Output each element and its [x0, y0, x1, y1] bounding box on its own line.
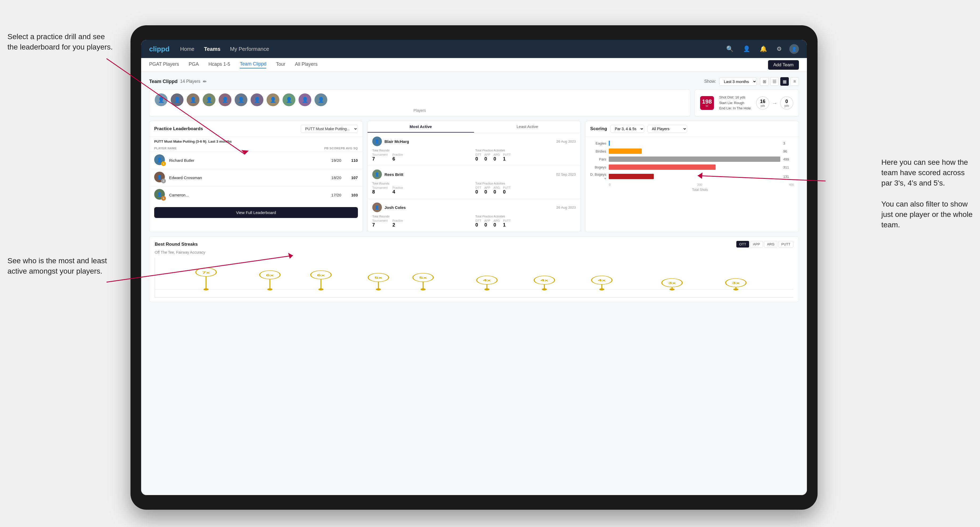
chart-row-eagles: Eagles 3: [590, 141, 794, 146]
svg-text:4x: 4x: [541, 279, 549, 282]
total-practice-3: Total Practice Activities OTT 0 APP 0: [476, 215, 576, 228]
search-button[interactable]: 🔍: [724, 44, 735, 54]
leaderboard-row-3[interactable]: 👤 3 Cameron... 17/20 103: [150, 186, 363, 203]
nav-teams[interactable]: Teams: [204, 46, 221, 52]
grid-view-button[interactable]: ⊞: [760, 77, 768, 86]
team-header: Team Clippd 14 Players ✏ Show: Last 3 mo…: [149, 77, 799, 86]
svg-point-14: [376, 288, 381, 290]
edit-icon[interactable]: ✏: [203, 79, 206, 84]
nav-home[interactable]: Home: [180, 46, 194, 52]
pars-bar-container: [609, 157, 781, 162]
sub-nav-all-players[interactable]: All Players: [295, 62, 318, 68]
notification-button[interactable]: 🔔: [757, 44, 769, 54]
total-practice-label-1: Total Practice Activities: [476, 149, 576, 152]
player-avg: 103: [345, 193, 358, 197]
player-score: 19/20: [325, 158, 341, 163]
col-score: PB SCORE: [325, 147, 340, 150]
dbogeys-label: D. Bogeys +: [590, 173, 606, 181]
avatar[interactable]: 👤: [789, 44, 799, 54]
chart-row-bogeys: Bogeys 311: [590, 165, 794, 170]
rank-badge-bronze: 3: [161, 196, 166, 201]
streaks-app-tab[interactable]: APP: [750, 241, 763, 248]
player-avatar[interactable]: 👤: [251, 94, 263, 106]
player-avatar[interactable]: 👤: [203, 94, 215, 106]
streaks-section: Best Round Streaks OTT APP ARG PUTT Off …: [149, 237, 799, 302]
app-col-3: APP 0: [484, 219, 490, 228]
leaderboard-row-2[interactable]: 👤 2 Edward Crossman 18/20 107: [150, 169, 363, 186]
sub-nav-team-clippd[interactable]: Team Clippd: [240, 61, 266, 68]
shot-arrow-icon: →: [772, 100, 777, 106]
app-val-3: 0: [484, 222, 490, 228]
player-avatar[interactable]: 👤: [267, 94, 279, 106]
player-avatar[interactable]: 👤: [155, 94, 167, 106]
player-avatar[interactable]: 👤: [219, 94, 231, 106]
three-col-layout: Practice Leaderboards PUTT Must Make Put…: [149, 121, 799, 232]
svg-point-2: [204, 288, 208, 290]
drill-dropdown[interactable]: PUTT Must Make Putting... OTT Drill APP …: [301, 125, 358, 133]
svg-point-34: [670, 288, 675, 290]
total-rounds-label-2: Total Rounds: [372, 182, 473, 185]
list-view-button[interactable]: ☰: [770, 77, 779, 86]
player-avatar[interactable]: 👤: [283, 94, 295, 106]
view-icons: ⊞ ☰ ▦ ≡: [760, 77, 799, 86]
shot-label-2: yds: [784, 104, 789, 107]
sub-nav-hcaps[interactable]: Hcaps 1-5: [208, 62, 230, 68]
activity-avatar-1: 👤: [372, 137, 382, 146]
shot-circle-1: 16 yds: [756, 96, 769, 110]
streaks-arg-tab[interactable]: ARG: [764, 241, 777, 248]
dbogeys-value: 131: [783, 175, 794, 179]
sub-nav-pga[interactable]: PGA: [189, 62, 199, 68]
player-avatar[interactable]: 👤: [187, 94, 199, 106]
shot-badge-number: 198: [702, 99, 712, 105]
streaks-subtitle: Off The Tee, Fairway Accuracy: [155, 250, 793, 254]
players-filter-dropdown[interactable]: All Players Individual Player: [648, 125, 687, 133]
player-avatar[interactable]: 👤: [235, 94, 247, 106]
shot-label-1: yds: [760, 104, 765, 107]
x-label-1: 200: [697, 183, 702, 186]
par-filter-dropdown[interactable]: Par 3, 4 & 5s Par 3s Par 4s Par 5s: [610, 125, 644, 133]
time-period-dropdown[interactable]: Last 3 months Last 6 months Last year: [719, 78, 757, 86]
svg-text:5x: 5x: [419, 276, 427, 279]
player-avatar[interactable]: 👤: [171, 94, 183, 106]
activity-player-3: 👤 Josh Coles 26 Aug 2023 Total Rounds To…: [368, 199, 581, 232]
add-team-button[interactable]: Add Team: [768, 60, 799, 70]
activity-player-name-1: Blair McHarg: [385, 139, 409, 144]
svg-text:3x: 3x: [732, 282, 740, 285]
table-view-button[interactable]: ≡: [791, 77, 799, 86]
total-practice-2: Total Practice Activities OTT 0 APP 0: [476, 182, 576, 195]
bogeys-value: 311: [783, 165, 794, 169]
team-title: Team Clippd 14 Players ✏: [149, 79, 206, 84]
player-avatar[interactable]: 👤: [315, 94, 327, 106]
app-col-1: APP 0: [484, 153, 490, 162]
putt-col-2: PUTT 0: [503, 186, 511, 195]
x-label-2: 400: [789, 183, 794, 186]
user-button[interactable]: 👤: [741, 44, 752, 54]
svg-point-26: [542, 288, 547, 290]
leaderboard-row-1[interactable]: 👤 1 Richard Butler 19/20 110: [150, 151, 363, 169]
card-view-button[interactable]: ▦: [780, 77, 789, 86]
view-leaderboard-button[interactable]: View Full Leaderboard: [154, 207, 358, 218]
shot-details: Shot Dist: 16 yds Start Lie: Rough End L…: [719, 95, 751, 111]
tab-most-active[interactable]: Most Active: [368, 121, 474, 133]
putt-val-3: 1: [503, 222, 511, 228]
shot-value-2: 0: [785, 99, 788, 104]
ott-val-1: 0: [476, 156, 481, 162]
sub-nav-tour[interactable]: Tour: [276, 62, 285, 68]
player-name: Richard Butler: [169, 158, 322, 163]
sub-nav-pgat[interactable]: PGAT Players: [149, 62, 179, 68]
player-rank-avatar: 👤 2: [154, 171, 166, 183]
nav-performance[interactable]: My Performance: [230, 46, 269, 52]
streaks-putt-tab[interactable]: PUTT: [778, 241, 793, 248]
tab-least-active[interactable]: Least Active: [474, 121, 581, 133]
team-name: Team Clippd: [149, 79, 178, 84]
putt-val-2: 0: [503, 189, 511, 195]
app-col-2: APP 0: [484, 186, 490, 195]
total-practice-label-3: Total Practice Activities: [476, 215, 576, 218]
svg-text:4x: 4x: [598, 279, 606, 282]
tournament-col-2: Tournament 8: [372, 186, 388, 195]
player-name: Edward Crossman: [169, 175, 322, 180]
settings-button[interactable]: ⚙: [775, 44, 784, 54]
total-rounds-label-1: Total Rounds: [372, 149, 473, 152]
streaks-ott-tab[interactable]: OTT: [736, 241, 749, 248]
player-avatar[interactable]: 👤: [299, 94, 311, 106]
